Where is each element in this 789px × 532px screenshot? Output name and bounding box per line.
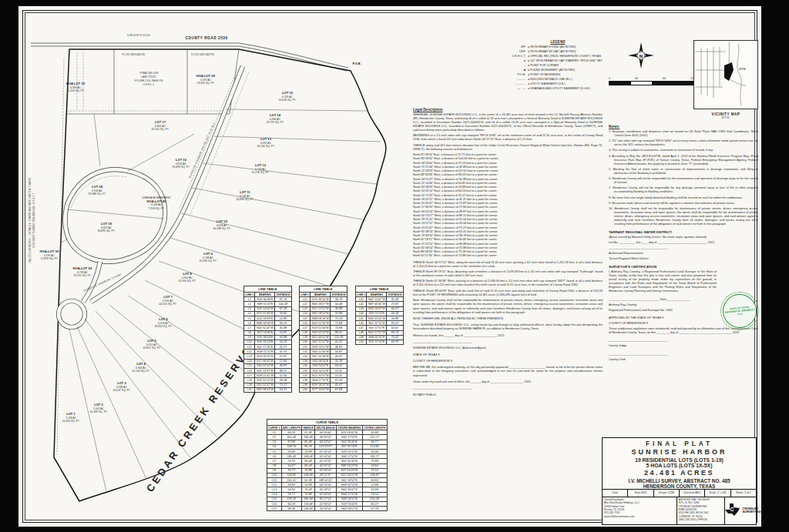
legal-title: Legal Description bbox=[413, 108, 603, 112]
dedication-line: SUNRISE ESTATE HOLDINGS, LLC (Authorized… bbox=[413, 346, 603, 350]
data-table: CURVE #ARC LENGTHRADIUSDELTA ANGLECHORD … bbox=[267, 425, 388, 511]
surveying-logo: C CROWLEY SURVEYING bbox=[725, 497, 760, 525]
scale-bar bbox=[609, 81, 695, 85]
texas-logo-icon: C bbox=[725, 504, 740, 517]
logo-text-line2: SURVEYING bbox=[742, 510, 760, 514]
water-district-lines: (Areas served by Monarch Utility Distric… bbox=[609, 236, 758, 262]
titleblock-footer-cell: Drawn: CDM bbox=[654, 490, 680, 497]
lot-label: LOT 180.918 AC39,988 SQ. FT. bbox=[89, 185, 106, 196]
dedication-line: BEFORE ME, the undersigned authority, on… bbox=[413, 366, 603, 377]
dedication-line: NOTARY PUBLIC bbox=[413, 393, 603, 397]
titleblock-footer-cell: Sept 2022 bbox=[628, 490, 653, 497]
approval-paragraph: These subdivision regulations were intro… bbox=[609, 327, 758, 335]
notes-title: Notes: bbox=[609, 125, 758, 129]
pob-label: P.O.B. bbox=[353, 62, 361, 65]
scale-tick: 60 bbox=[663, 77, 666, 80]
lot-label: LOT 100.693 AC30,188 SQ. FT. bbox=[213, 219, 231, 230]
cert-body: I, Anthony Ray Crowley, a Registered Pro… bbox=[609, 270, 717, 293]
note-item: 1. Bearings, coordinates and distances c… bbox=[609, 130, 758, 138]
dedication-line: Note: Henderson County shall not be resp… bbox=[413, 299, 603, 315]
thence-paragraph: THENCE South 44°17'52" West, along the w… bbox=[413, 261, 603, 269]
svg-text:C: C bbox=[730, 507, 734, 512]
plat-title: FINAL PLAT SUNRISE HARBOR 19 RESIDENTIAL… bbox=[603, 438, 756, 490]
seal-line3: 5494 bbox=[737, 313, 743, 316]
legend-items: IRF= IRON REBAR FOUND (AS NOTED)CIRF= IR… bbox=[505, 45, 610, 91]
line-table-title: LINE TABLE bbox=[299, 286, 347, 292]
curve-table-grid: CURVE #ARC LENGTHRADIUSDELTA ANGLECHORD … bbox=[267, 425, 388, 511]
note-item: 7. Henderson County will not be responsi… bbox=[609, 186, 758, 194]
line-table-3: LINE TABLE LINE #BEARINGDISTANCEL41N41°1… bbox=[355, 286, 404, 345]
lot-label: LOT 130.692 AC30,144 SQ. FT. bbox=[257, 137, 275, 148]
title-block: FINAL PLAT SUNRISE HARBOR 19 RESIDENTIAL… bbox=[602, 437, 757, 525]
lot-label: LOT 90.748 AC32,583 SQ. FT. bbox=[200, 252, 217, 263]
table-row: L20N81°08'53"W63.31' bbox=[244, 387, 292, 392]
title-subdivision-name: SUNRISE HARBOR bbox=[603, 448, 756, 456]
note-item: 9. No private roads (drives and streets)… bbox=[609, 202, 758, 206]
lot-label: LOT 60.914 AC39,813 SQ. FT. bbox=[155, 317, 173, 328]
metes-bounds-course: North 02°21'34" West, a distance of 72.8… bbox=[413, 254, 603, 258]
legend-item: ■= FOUND MONUMENT (AS NOTED) bbox=[505, 69, 610, 72]
dedication-line: Given under my hand and seal of office, … bbox=[413, 380, 603, 384]
legend-item: P.O.B.= POINT OF BEGINNING bbox=[505, 73, 610, 76]
thence-paragraph: THENCE North 01°34'08" West, passing at … bbox=[413, 279, 603, 287]
clerk-label: County Clerk bbox=[609, 358, 758, 363]
lot-label: LOT 190.847 AC36,895 SQ. FT. bbox=[98, 222, 116, 233]
title-hoa-lots: 5 HOA LOTS (LOTS 1X-5X) bbox=[603, 463, 756, 468]
lot-label: LOT 40.944 AC41,120 SQ. FT. bbox=[133, 362, 150, 373]
vicinity-map: SITE VICINITY MAP N.T.S. bbox=[693, 40, 758, 119]
dedication-line: That, SUNRISE ESTATE HOLDINGS, LLC, acti… bbox=[413, 323, 603, 331]
line-table-1-grid: LINE #BEARINGDISTANCEL1S16°46'38"E87.76'… bbox=[243, 292, 292, 393]
thence-paragraph: THENCE North 89°19'51" East, departing s… bbox=[413, 270, 603, 278]
note-item: 2. 1/2" iron rebar with cap stamped "RPL… bbox=[609, 139, 758, 147]
row-dedication-label-2: R.O.W. DEDICATION bbox=[191, 53, 214, 56]
dedication-line: ____________________________________ bbox=[413, 340, 603, 344]
lot-label: HOA LOT 2X0.537 AC23,392 SQ. FT. bbox=[196, 74, 216, 85]
table-row: L40S77°14'02"W67.68' bbox=[300, 387, 347, 392]
top-bearing-label: S 88°40'09" E 513.26' bbox=[127, 34, 150, 37]
titleblock-footer-strip: DateSept 2022Drawn: CDMChecked: AKCScale… bbox=[603, 490, 756, 497]
title-county-state: HENDERSON COUNTY, TEXAS bbox=[603, 483, 756, 489]
title-acreage: 24.481 ACRES bbox=[603, 469, 756, 477]
lot-label: LOT 140.684 AC29,795 SQ. FT. bbox=[267, 113, 284, 124]
notes-list: 1. Bearings, coordinates and distances c… bbox=[609, 130, 758, 226]
owner-developer-cell: Owner/Developer:Blitz Real Estate Holdin… bbox=[603, 497, 677, 525]
table-row: L50S21°17'54"E63.76' bbox=[356, 340, 404, 344]
scale-tick: 30 bbox=[635, 77, 638, 80]
svg-text:LAND TRUST: LAND TRUST bbox=[141, 75, 156, 79]
vicinity-map-drawing: SITE bbox=[693, 40, 758, 109]
water-district-heading: TARRANT REGIONAL WATER DISTRICT: bbox=[609, 230, 758, 234]
surveyor-certification-block: SURVEYOR'S CERTIFICATION I, Anthony Ray … bbox=[609, 265, 758, 313]
surveyor-info-cell: ANTHONY RAY CROWLEYR.P.L.S. NO. 5494CROW… bbox=[677, 497, 726, 525]
legend-item: — · —= DRAINAGE AND UTILITY EASEMENT (D.… bbox=[505, 87, 610, 90]
dedication-line: COUNTY OF HENDERSON § bbox=[413, 360, 603, 363]
svg-text:TRIBAL INN 2008: TRIBAL INN 2008 bbox=[139, 72, 159, 75]
dedication-line: STATE OF TEXAS § bbox=[413, 353, 603, 357]
north-arrow-icon: N bbox=[626, 40, 656, 71]
title-residential-lots: 19 RESIDENTIAL LOTS (LOTS 1-19) bbox=[603, 457, 756, 463]
data-table: LINE #BEARINGDISTANCEL21S74°49'10"W38.78… bbox=[299, 292, 347, 393]
owner-info-line: aaron@blitzrealestate.com bbox=[604, 515, 675, 518]
north-letter: N bbox=[640, 54, 643, 59]
north-parcel-owner-label: TRIBAL INN 2008 LAND TRUST VOLUME 2105, … bbox=[135, 72, 163, 86]
lot-label: LOT 11.158 AC50,443 SQ. FT. bbox=[62, 412, 80, 423]
lot-label: LOT 110.709 AC30,884 SQ. FT. bbox=[237, 190, 254, 201]
legend-item: – – – –= BUILDING SETBACK LINE (B.L.) bbox=[505, 78, 610, 81]
dedication-line: ____________________________________ bbox=[413, 386, 603, 390]
curve-table: CURVE TABLE CURVE #ARC LENGTHRADIUSDELTA… bbox=[267, 419, 388, 511]
site-label: SITE bbox=[739, 67, 746, 71]
titleblock-footer-cell: Sheet: 1 of 1 bbox=[731, 490, 756, 497]
adjoiner-west-line2: DOCUMENT NUMBER 2020-00012345, O.R.H.C.T… bbox=[32, 192, 35, 247]
water-district-line: (Areas served by Monarch Utility Distric… bbox=[609, 236, 758, 240]
lot-label: LOT 21.042 AC45,389 SQ. FT. bbox=[90, 403, 108, 413]
titleblock-footer-cell: Scale: 1" = 60' bbox=[705, 490, 730, 497]
line-table-2-grid: LINE #BEARINGDISTANCEL21S74°49'10"W38.78… bbox=[299, 292, 347, 393]
surveyor-info-line: (940) 243-1901 (OFFICE) bbox=[679, 518, 724, 521]
legal-paragraph: THENCE along said 325 foot contour eleva… bbox=[413, 144, 603, 152]
water-district-line: Tarrant Regional Water District bbox=[609, 257, 758, 262]
svg-text:VOLUME 2105, PAGE 456: VOLUME 2105, PAGE 456 bbox=[135, 79, 163, 82]
thence-paragraph: THENCE South 88°40'09" East, with the no… bbox=[413, 289, 603, 297]
line-table-2: LINE TABLE LINE #BEARINGDISTANCEL21S74°4… bbox=[299, 286, 347, 393]
lot-label: LOT 70.931 AC40,555 SQ. FT. bbox=[159, 295, 177, 306]
road-loop bbox=[65, 169, 165, 262]
clerk-signature-line: ____________________________________ bbox=[609, 353, 758, 357]
